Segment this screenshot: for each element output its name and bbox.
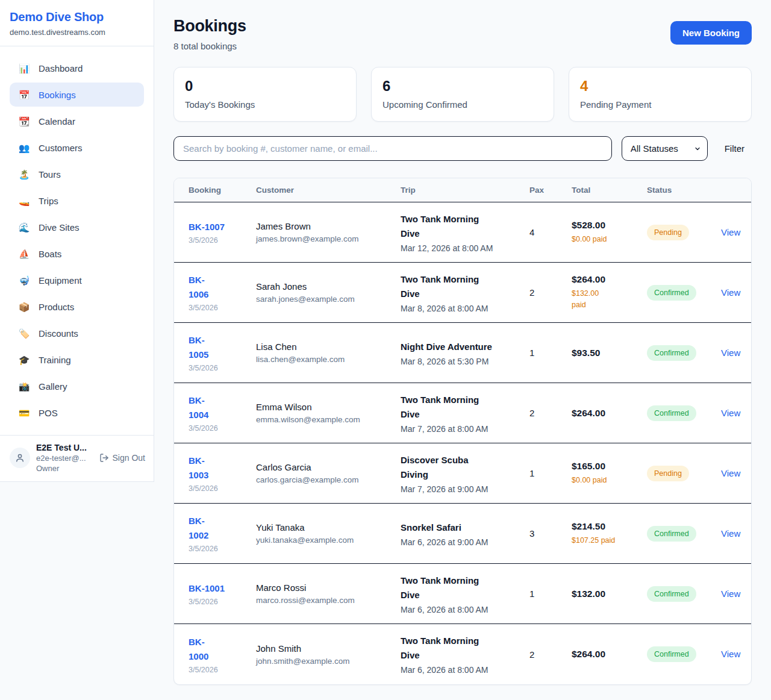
new-booking-button[interactable]: New Booking [670,21,752,45]
booking-id-link[interactable]: BK-1007 [189,220,225,234]
paid-amount: $0.00 paid [572,475,641,486]
status-badge: Confirmed [647,586,696,602]
speedboat-icon: 🚤 [18,196,30,205]
sidebar-item-customers[interactable]: 👥 Customers [10,136,144,160]
tag-icon: 🏷️ [18,329,30,338]
table-row: BK- 1003 3/5/2026 Carlos Garcia carlos.g… [174,443,751,504]
customer-name: John Smith [256,643,395,654]
booking-cell: BK-1007 3/5/2026 [189,220,256,245]
users-icon: 👥 [18,143,30,152]
booking-id-link[interactable]: BK- 1003 [189,454,208,483]
view-link[interactable]: View [721,408,740,418]
page-header-text: Bookings 8 total bookings [173,17,246,51]
booking-cell: BK- 1006 3/5/2026 [189,273,256,312]
sidebar-nav: 📊 Dashboard 📅 Bookings 📆 Calendar 👥 Cust… [0,46,154,425]
pax-count: 1 [529,468,572,478]
actions-cell: View [721,528,746,539]
status-filter-select[interactable]: All Statuses [622,136,708,161]
pax-count: 2 [529,408,572,418]
sidebar-item-equipment[interactable]: 🤿 Equipment [10,268,144,292]
customer-email: carlos.garcia@example.com [256,475,395,484]
sidebar: Demo Dive Shop demo.test.divestreams.com… [0,0,154,482]
sidebar-item-tours[interactable]: 🏝️ Tours [10,162,144,186]
total-cell: $214.50 $107.25 paid [572,521,647,546]
table-row: BK- 1002 3/5/2026 Yuki Tanaka yuki.tanak… [174,504,751,564]
total-amount: $264.00 [572,649,641,660]
sidebar-item-dive-sites[interactable]: 🌊 Dive Sites [10,215,144,239]
logout-icon [99,453,109,463]
column-header-trip: Trip [401,186,529,195]
user-name: E2E Test U... [36,443,93,452]
sidebar-item-boats[interactable]: ⛵ Boats [10,242,144,266]
view-link[interactable]: View [721,528,740,539]
trip-cell: Snorkel Safari Mar 6, 2026 at 9:00 AM [401,520,529,547]
booking-id-link[interactable]: BK- 1006 [189,273,208,302]
sidebar-item-discounts[interactable]: 🏷️ Discounts [10,321,144,345]
actions-cell: View [721,468,746,479]
filter-button[interactable]: Filter [717,143,752,154]
stat-value: 6 [382,78,543,95]
trip-name: Snorkel Safari [401,520,523,535]
table-row: BK- 1004 3/5/2026 Emma Wilson emma.wilso… [174,383,751,443]
status-cell: Confirmed [647,405,721,421]
booking-id-link[interactable]: BK- 1004 [189,393,208,422]
customer-cell: Sarah Jones sarah.jones@example.com [256,281,401,304]
main-content: Bookings 8 total bookings New Booking 0 … [154,0,771,699]
view-link[interactable]: View [721,227,740,237]
sidebar-item-products[interactable]: 📦 Products [10,295,144,319]
customer-name: Sarah Jones [256,281,395,292]
sign-out-button[interactable]: Sign Out [99,453,145,463]
sidebar-item-calendar[interactable]: 📆 Calendar [10,109,144,133]
status-badge: Pending [647,225,689,240]
status-cell: Confirmed [647,646,721,662]
sidebar-item-pos[interactable]: 💳 POS [10,401,144,425]
brand-name[interactable]: Demo Dive Shop [10,10,144,24]
view-link[interactable]: View [721,287,740,298]
status-cell: Confirmed [647,285,721,301]
total-amount: $165.00 [572,461,641,472]
booking-date: 3/5/2026 [189,484,250,493]
total-amount: $264.00 [572,408,641,419]
booking-cell: BK- 1000 3/5/2026 [189,635,256,674]
stat-value: 4 [580,78,740,95]
booking-id-link[interactable]: BK- 1002 [189,514,208,543]
sidebar-item-training[interactable]: 🎓 Training [10,348,144,372]
graduation-cap-icon: 🎓 [18,355,30,364]
status-badge: Confirmed [647,526,696,542]
customer-email: yuki.tanaka@example.com [256,536,395,545]
user-email: e2e-tester@... [36,454,93,463]
booking-date: 3/5/2026 [189,666,250,674]
view-link[interactable]: View [721,348,740,358]
booking-id-link[interactable]: BK- 1005 [189,333,208,362]
sidebar-item-bookings[interactable]: 📅 Bookings [10,83,144,107]
page-subtitle: 8 total bookings [173,41,246,51]
table-row: BK-1007 3/5/2026 James Brown james.brown… [174,202,751,263]
view-link[interactable]: View [721,649,740,659]
actions-cell: View [721,408,746,419]
pax-count: 1 [529,348,572,358]
status-badge: Confirmed [647,405,696,421]
trip-name: Two Tank Morning Dive [401,634,523,663]
total-amount: $214.50 [572,521,641,532]
trip-datetime: Mar 6, 2026 at 8:00 AM [401,605,523,614]
pax-count: 4 [529,227,572,237]
user-role: Owner [36,464,93,473]
status-badge: Confirmed [647,345,696,361]
booking-id-link[interactable]: BK-1001 [189,581,225,596]
view-link[interactable]: View [721,589,740,599]
paid-amount: $132.00 paid [572,288,641,311]
trip-datetime: Mar 7, 2026 at 9:00 AM [401,484,523,494]
actions-cell: View [721,589,746,599]
package-icon: 📦 [18,302,30,311]
trip-name: Two Tank Morning Dive [401,393,523,422]
sidebar-item-gallery[interactable]: 📸 Gallery [10,374,144,398]
sidebar-item-dashboard[interactable]: 📊 Dashboard [10,56,144,80]
booking-id-link[interactable]: BK- 1000 [189,635,208,664]
view-link[interactable]: View [721,468,740,478]
customer-cell: Marco Rossi marco.rossi@example.com [256,583,401,605]
sidebar-item-trips[interactable]: 🚤 Trips [10,189,144,213]
actions-cell: View [721,649,746,660]
search-input[interactable] [173,136,612,161]
trip-name: Two Tank Morning Dive [401,212,523,241]
customer-email: lisa.chen@example.com [256,355,395,364]
